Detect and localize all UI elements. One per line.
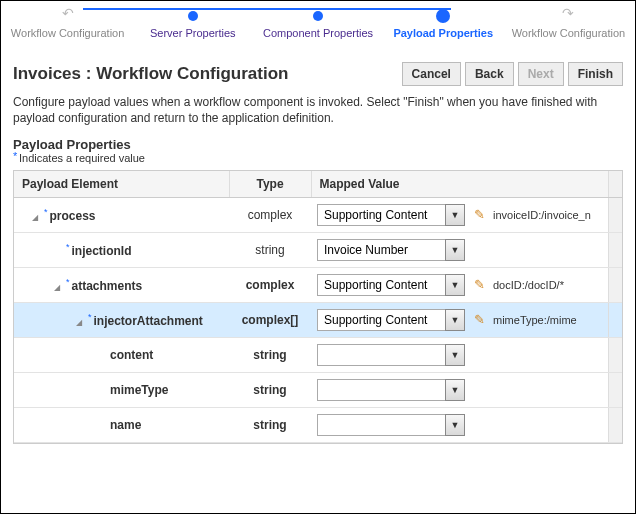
- mapped-value-cell: ▼✎invoiceID:/invoice_n: [311, 197, 608, 232]
- element-name: process: [50, 209, 96, 223]
- col-header-mapped[interactable]: Mapped Value: [311, 171, 608, 198]
- type-cell: string: [229, 407, 311, 442]
- step-label: Workflow Configuration: [5, 27, 130, 40]
- mapped-value-input[interactable]: [317, 274, 445, 296]
- table-row[interactable]: namestring▼: [14, 407, 622, 442]
- mapped-value-input[interactable]: [317, 204, 445, 226]
- mapped-value-input[interactable]: [317, 379, 445, 401]
- step-label: Payload Properties: [381, 27, 506, 40]
- element-cell: mimeType: [14, 372, 229, 407]
- scroll-gutter[interactable]: [608, 302, 622, 337]
- tree-toggle-icon[interactable]: ◢: [76, 318, 85, 327]
- table-row[interactable]: ◢*processcomplex▼✎invoiceID:/invoice_n: [14, 197, 622, 232]
- dropdown-icon[interactable]: ▼: [445, 204, 465, 226]
- required-note: * Indicates a required value: [13, 152, 623, 164]
- element-cell: name: [14, 407, 229, 442]
- element-cell: *injectionId: [14, 232, 229, 267]
- mapped-extra-text: mimeType:/mime: [493, 314, 577, 326]
- edit-icon[interactable]: ✎: [471, 312, 487, 327]
- dropdown-icon[interactable]: ▼: [445, 239, 465, 261]
- step-workflow-prev[interactable]: ↶ Workflow Configuration: [5, 9, 130, 40]
- page-title: Invoices : Workflow Configuration: [13, 64, 398, 84]
- col-header-element[interactable]: Payload Element: [14, 171, 229, 198]
- step-component-properties[interactable]: Component Properties: [255, 9, 380, 40]
- mapped-value-input[interactable]: [317, 344, 445, 366]
- element-cell: ◢*injectorAttachment: [14, 302, 229, 337]
- page-description: Configure payload values when a workflow…: [13, 94, 623, 126]
- type-cell: string: [229, 372, 311, 407]
- required-note-text: Indicates a required value: [19, 152, 145, 164]
- element-cell: content: [14, 337, 229, 372]
- edit-icon[interactable]: ✎: [471, 277, 487, 292]
- mapped-value-cell: ▼✎docID:/docID/*: [311, 267, 608, 302]
- table-row[interactable]: ◢*injectorAttachmentcomplex[]▼✎mimeType:…: [14, 302, 622, 337]
- element-cell: ◢*process: [14, 197, 229, 232]
- wizard-stepper: ↶ Workflow Configuration Server Properti…: [1, 1, 635, 44]
- cancel-button[interactable]: Cancel: [402, 62, 461, 86]
- type-cell: string: [229, 337, 311, 372]
- section-title: Payload Properties: [13, 137, 623, 152]
- step-dot-icon: [188, 11, 198, 21]
- next-button: Next: [518, 62, 564, 86]
- scroll-gutter[interactable]: [608, 267, 622, 302]
- dropdown-icon[interactable]: ▼: [445, 274, 465, 296]
- edit-icon[interactable]: ✎: [471, 207, 487, 222]
- element-name: attachments: [72, 279, 143, 293]
- step-workflow-next[interactable]: ↷ Workflow Configuration: [506, 9, 631, 40]
- back-button[interactable]: Back: [465, 62, 514, 86]
- mapped-value-input[interactable]: [317, 239, 445, 261]
- required-asterisk-icon: *: [66, 277, 70, 287]
- element-name: mimeType: [110, 383, 168, 397]
- scroll-gutter: [608, 171, 622, 198]
- mapped-extra-text: docID:/docID/*: [493, 279, 564, 291]
- mapped-extra-text: invoiceID:/invoice_n: [493, 209, 591, 221]
- scroll-gutter[interactable]: [608, 407, 622, 442]
- dropdown-icon[interactable]: ▼: [445, 344, 465, 366]
- mapped-value-cell: ▼: [311, 337, 608, 372]
- scroll-gutter[interactable]: [608, 372, 622, 407]
- table-row[interactable]: mimeTypestring▼: [14, 372, 622, 407]
- col-header-type[interactable]: Type: [229, 171, 311, 198]
- type-cell: string: [229, 232, 311, 267]
- element-name: injectionId: [72, 244, 132, 258]
- mapped-value-cell: ▼: [311, 372, 608, 407]
- stepper-connector: [83, 8, 216, 10]
- step-dot-icon: [436, 9, 450, 23]
- required-asterisk-icon: *: [44, 207, 48, 217]
- step-label: Workflow Configuration: [506, 27, 631, 40]
- arrow-next-icon: ↷: [561, 8, 575, 22]
- tree-toggle-icon[interactable]: ◢: [54, 283, 63, 292]
- mapped-value-input[interactable]: [317, 414, 445, 436]
- required-asterisk-icon: *: [88, 312, 92, 322]
- stepper-connector: [217, 8, 350, 10]
- finish-button[interactable]: Finish: [568, 62, 623, 86]
- table-row[interactable]: *injectionIdstring▼: [14, 232, 622, 267]
- stepper-connector: [350, 8, 451, 10]
- step-server-properties[interactable]: Server Properties: [130, 9, 255, 40]
- dropdown-icon[interactable]: ▼: [445, 414, 465, 436]
- element-name: injectorAttachment: [94, 314, 203, 328]
- dropdown-icon[interactable]: ▼: [445, 309, 465, 331]
- scroll-gutter[interactable]: [608, 337, 622, 372]
- arrow-prev-icon: ↶: [61, 8, 75, 22]
- required-asterisk-icon: *: [66, 242, 70, 252]
- element-name: content: [110, 348, 153, 362]
- scroll-gutter[interactable]: [608, 232, 622, 267]
- mapped-value-input[interactable]: [317, 309, 445, 331]
- table-row[interactable]: ◢*attachmentscomplex▼✎docID:/docID/*: [14, 267, 622, 302]
- table-row[interactable]: contentstring▼: [14, 337, 622, 372]
- type-cell: complex[]: [229, 302, 311, 337]
- mapped-value-cell: ▼✎mimeType:/mime: [311, 302, 608, 337]
- dropdown-icon[interactable]: ▼: [445, 379, 465, 401]
- step-dot-icon: [313, 11, 323, 21]
- step-label: Server Properties: [130, 27, 255, 40]
- asterisk-icon: *: [13, 150, 17, 162]
- scroll-gutter[interactable]: [608, 197, 622, 232]
- element-name: name: [110, 418, 141, 432]
- step-label: Component Properties: [255, 27, 380, 40]
- step-payload-properties[interactable]: Payload Properties: [381, 9, 506, 40]
- tree-toggle-icon[interactable]: ◢: [32, 213, 41, 222]
- payload-table: Payload Element Type Mapped Value ◢*proc…: [13, 170, 623, 444]
- mapped-value-cell: ▼: [311, 232, 608, 267]
- mapped-value-cell: ▼: [311, 407, 608, 442]
